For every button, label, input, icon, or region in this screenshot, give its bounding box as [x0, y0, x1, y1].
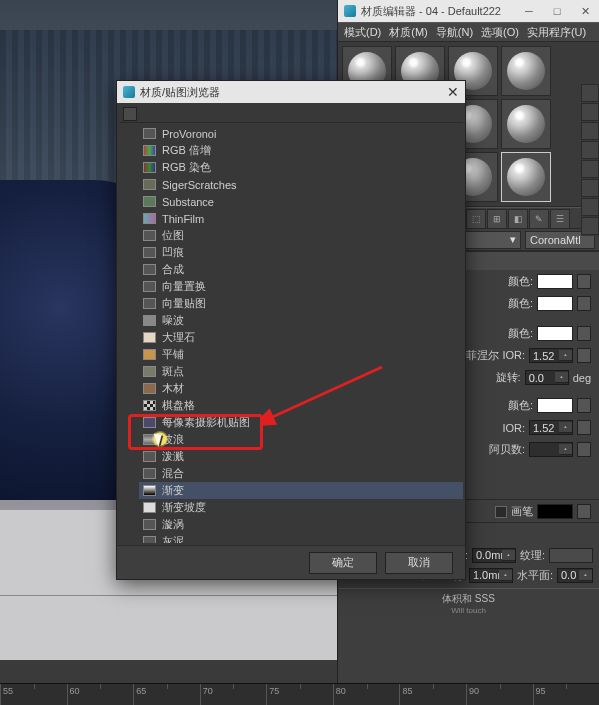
- map-list-item-label: 泼溅: [162, 449, 184, 464]
- side-tool-button[interactable]: [581, 160, 599, 178]
- map-list-item[interactable]: 波浪: [139, 431, 463, 448]
- texture-map-slot[interactable]: [549, 548, 593, 563]
- browser-titlebar[interactable]: 材质/贴图浏览器 ✕: [117, 81, 465, 103]
- map-list-item[interactable]: ThinFilm: [139, 210, 463, 227]
- side-tool-button[interactable]: [581, 141, 599, 159]
- param-label: 颜色:: [508, 326, 533, 341]
- tool-button[interactable]: ⬚: [466, 209, 486, 229]
- tool-button[interactable]: ☰: [550, 209, 570, 229]
- material-editor-titlebar[interactable]: 材质编辑器 - 04 - Default222 ─ □ ✕: [338, 0, 599, 22]
- map-list-item[interactable]: 木材: [139, 380, 463, 397]
- min-level-spinner[interactable]: 0.0mm: [472, 548, 516, 563]
- ruler-tick: 65: [133, 684, 200, 705]
- browser-title: 材质/贴图浏览器: [140, 85, 220, 100]
- ruler-tick: 90: [466, 684, 533, 705]
- map-list-item-label: 合成: [162, 262, 184, 277]
- map-list-item[interactable]: 混合: [139, 465, 463, 482]
- map-type-icon: [143, 298, 156, 309]
- browser-tool-button[interactable]: [123, 107, 137, 121]
- ior-spinner[interactable]: 1.52: [529, 420, 573, 435]
- menu-mode[interactable]: 模式(D): [342, 25, 383, 40]
- map-list-item-label: RGB 染色: [162, 160, 211, 175]
- map-type-icon: [143, 145, 156, 156]
- map-list-item[interactable]: 渐变: [139, 482, 463, 499]
- menu-material[interactable]: 材质(M): [387, 25, 430, 40]
- map-list-item-label: SigerScratches: [162, 179, 237, 191]
- map-list-item[interactable]: SigerScratches: [139, 176, 463, 193]
- checkbox[interactable]: [495, 506, 507, 518]
- minimize-button[interactable]: ─: [515, 0, 543, 22]
- map-list-item[interactable]: 灰泥: [139, 533, 463, 543]
- color-swatch[interactable]: [537, 398, 573, 413]
- menu-utilities[interactable]: 实用程序(U): [525, 25, 588, 40]
- map-list-item[interactable]: 大理石: [139, 329, 463, 346]
- sss-rollout-header[interactable]: 体积和 SSS Will touch: [338, 588, 599, 618]
- map-type-icon: [143, 179, 156, 190]
- side-tool-button[interactable]: [581, 179, 599, 197]
- ruler-tick: 70: [200, 684, 267, 705]
- map-list-item[interactable]: 位图: [139, 227, 463, 244]
- color-swatch[interactable]: [537, 504, 573, 519]
- map-list-item[interactable]: RGB 倍增: [139, 142, 463, 159]
- side-tool-button[interactable]: [581, 103, 599, 121]
- maximize-button[interactable]: □: [543, 0, 571, 22]
- map-list-item[interactable]: ProVoronoi: [139, 125, 463, 142]
- map-list-item[interactable]: 漩涡: [139, 516, 463, 533]
- menu-navigate[interactable]: 导航(N): [434, 25, 475, 40]
- map-list-item[interactable]: 每像素摄影机贴图: [139, 414, 463, 431]
- map-type-icon: [143, 128, 156, 139]
- cancel-button[interactable]: 取消: [385, 552, 453, 574]
- waterlevel-spinner[interactable]: 0.0: [557, 568, 593, 583]
- map-slot-button[interactable]: [577, 442, 591, 457]
- map-type-icon: [143, 332, 156, 343]
- map-slot-button[interactable]: [577, 420, 591, 435]
- map-slot-button[interactable]: [577, 504, 591, 519]
- map-list-item[interactable]: 向量贴图: [139, 295, 463, 312]
- map-list-item[interactable]: 向量置换: [139, 278, 463, 295]
- map-list-item[interactable]: 噪波: [139, 312, 463, 329]
- sample-slot[interactable]: [501, 46, 551, 96]
- map-list[interactable]: ProVoronoiRGB 倍增RGB 染色SigerScratchesSubs…: [119, 123, 463, 543]
- side-tool-button[interactable]: [581, 217, 599, 235]
- color-swatch[interactable]: [537, 296, 573, 311]
- param-label: 纹理:: [520, 548, 545, 563]
- map-slot-button[interactable]: [577, 296, 591, 311]
- param-label: 颜色:: [508, 398, 533, 413]
- sample-slot[interactable]: [501, 99, 551, 149]
- color-swatch[interactable]: [537, 326, 573, 341]
- ok-button[interactable]: 确定: [309, 552, 377, 574]
- tool-button[interactable]: ⊞: [487, 209, 507, 229]
- close-button[interactable]: ✕: [571, 0, 599, 22]
- max-level-spinner[interactable]: 1.0mm: [469, 568, 513, 583]
- map-list-item[interactable]: 斑点: [139, 363, 463, 380]
- abbe-spinner[interactable]: [529, 442, 573, 457]
- color-swatch[interactable]: [537, 274, 573, 289]
- map-list-item[interactable]: 凹痕: [139, 244, 463, 261]
- side-tool-button[interactable]: [581, 198, 599, 216]
- map-type-icon: [143, 485, 156, 496]
- map-list-item[interactable]: 合成: [139, 261, 463, 278]
- map-slot-button[interactable]: [577, 326, 591, 341]
- map-list-item[interactable]: 棋盘格: [139, 397, 463, 414]
- map-slot-button[interactable]: [577, 348, 591, 363]
- map-type-icon: [143, 247, 156, 258]
- map-slot-button[interactable]: [577, 398, 591, 413]
- fresnel-ior-spinner[interactable]: 1.52: [529, 348, 573, 363]
- side-tool-button[interactable]: [581, 84, 599, 102]
- close-icon[interactable]: ✕: [445, 84, 461, 100]
- map-slot-button[interactable]: [577, 274, 591, 289]
- side-tool-button[interactable]: [581, 122, 599, 140]
- menu-options[interactable]: 选项(O): [479, 25, 521, 40]
- timeline-ruler[interactable]: 556065707580859095: [0, 683, 599, 705]
- map-list-item-label: 木材: [162, 381, 184, 396]
- sample-slot-selected[interactable]: [501, 152, 551, 202]
- map-list-item[interactable]: RGB 染色: [139, 159, 463, 176]
- map-list-item[interactable]: Substance: [139, 193, 463, 210]
- map-list-item[interactable]: 渐变坡度: [139, 499, 463, 516]
- rotate-spinner[interactable]: 0.0: [525, 370, 569, 385]
- map-list-item[interactable]: 泼溅: [139, 448, 463, 465]
- map-list-item[interactable]: 平铺: [139, 346, 463, 363]
- tool-button[interactable]: ✎: [529, 209, 549, 229]
- tool-button[interactable]: ◧: [508, 209, 528, 229]
- ruler-tick: 85: [399, 684, 466, 705]
